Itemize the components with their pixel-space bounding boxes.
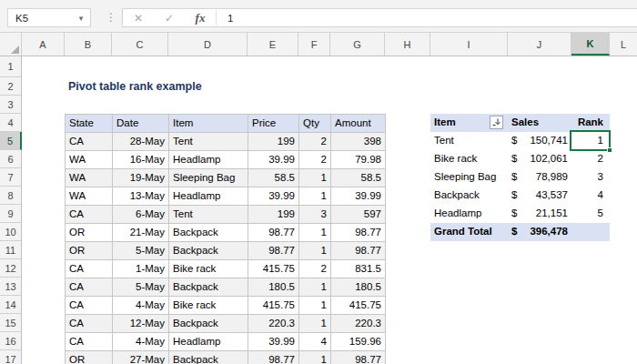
cell-qty[interactable]: 4 (299, 333, 331, 351)
cell-price[interactable]: 98.77 (248, 242, 299, 260)
row-header-10[interactable]: 10 (0, 223, 22, 241)
column-header-d[interactable]: D (168, 33, 248, 56)
cell-amount[interactable]: 98.77 (331, 242, 386, 260)
cell-date[interactable]: 4-May (113, 297, 169, 315)
header-date[interactable]: Date (113, 115, 169, 133)
cell-qty[interactable]: 3 (299, 206, 331, 224)
cell-item[interactable]: Bike rack (169, 260, 248, 278)
cell-state[interactable]: CA (66, 315, 113, 333)
cell-amount[interactable]: 79.98 (331, 151, 386, 169)
cell-state[interactable]: OR (66, 224, 113, 242)
column-header-a[interactable]: A (22, 33, 65, 56)
pivot-header-rank[interactable]: Rank (571, 114, 610, 132)
pivot-header-sales[interactable]: Sales (508, 114, 571, 132)
row-header-3[interactable]: 3 (0, 96, 22, 114)
grand-total-label[interactable]: Grand Total (430, 223, 508, 241)
sheet-title[interactable]: Pivot table rank example (68, 77, 202, 96)
cell-date[interactable]: 5-May (113, 278, 169, 297)
fill-handle[interactable] (607, 147, 612, 153)
row-header-6[interactable]: 6 (0, 150, 22, 168)
cell-date[interactable]: 27-May (113, 351, 169, 364)
column-header-j[interactable]: J (508, 33, 571, 56)
pivot-cell-sales[interactable]: $102,061 (508, 150, 571, 168)
cell-price[interactable]: 220.3 (248, 315, 299, 333)
cell-price[interactable]: 98.77 (248, 224, 299, 242)
pivot-cell-item[interactable]: Tent (430, 132, 508, 150)
row-header-15[interactable]: 15 (0, 314, 22, 332)
cell-date[interactable]: 4-May (113, 333, 169, 351)
insert-function-icon[interactable]: fx (185, 11, 216, 25)
cell-qty[interactable]: 1 (299, 297, 331, 315)
pivot-cell-item[interactable]: Backpack (430, 187, 508, 205)
cell-qty[interactable]: 1 (299, 242, 331, 260)
pivot-cell-rank[interactable]: 5 (571, 205, 610, 223)
header-amount[interactable]: Amount (331, 115, 386, 133)
cell-qty[interactable]: 1 (299, 351, 331, 364)
cell-state[interactable]: CA (66, 278, 113, 297)
cell-item[interactable]: Sleeping Bag (169, 169, 248, 187)
row-header-12[interactable]: 12 (0, 259, 22, 278)
cell-amount[interactable]: 831.5 (331, 260, 386, 278)
cell-item[interactable]: Tent (169, 206, 248, 224)
column-header-l[interactable]: L (610, 33, 637, 56)
cell-amount[interactable]: 597 (331, 206, 386, 224)
cell-price[interactable]: 199 (248, 133, 299, 151)
cell-state[interactable]: CA (66, 133, 113, 151)
cell-item[interactable]: Backpack (169, 242, 248, 260)
row-header-7[interactable]: 7 (0, 168, 22, 187)
formula-value[interactable]: 1 (224, 13, 233, 24)
name-box-dropdown-icon[interactable]: ▾ (72, 14, 90, 23)
cell-state[interactable]: WA (66, 187, 113, 206)
row-header-11[interactable]: 11 (0, 241, 22, 259)
cell-price[interactable]: 58.5 (248, 169, 299, 187)
cell-price[interactable]: 98.77 (248, 351, 299, 364)
cell-item[interactable]: Backpack (169, 278, 248, 297)
column-header-i[interactable]: I (430, 33, 508, 56)
pivot-cell-rank[interactable]: 4 (571, 187, 610, 205)
row-header-16[interactable]: 16 (0, 332, 22, 350)
cell-price[interactable]: 415.75 (248, 297, 299, 315)
cell-amount[interactable]: 220.3 (331, 315, 386, 333)
cell-price[interactable]: 39.99 (248, 151, 299, 169)
cell-item[interactable]: Headlamp (169, 187, 248, 206)
cell-item[interactable]: Headlamp (169, 333, 248, 351)
cell-state[interactable]: OR (66, 351, 113, 364)
pivot-cell-item[interactable]: Sleeping Bag (430, 168, 508, 187)
cell-amount[interactable]: 180.5 (331, 278, 386, 297)
pivot-cell-sales[interactable]: $150,741 (508, 132, 571, 150)
cell-amount[interactable]: 58.5 (331, 169, 386, 187)
cell-item[interactable]: Backpack (169, 224, 248, 242)
cell-price[interactable]: 199 (248, 206, 299, 224)
cell-date[interactable]: 21-May (113, 224, 169, 242)
cell-item[interactable]: Backpack (169, 315, 248, 333)
pivot-cell-sales[interactable]: $43,537 (508, 187, 571, 205)
grand-total-sales[interactable]: $396,478 (508, 223, 571, 241)
cell-state[interactable]: OR (66, 242, 113, 260)
column-header-c[interactable]: C (112, 33, 168, 56)
row-header-13[interactable]: 13 (0, 278, 22, 296)
cell-qty[interactable]: 1 (299, 187, 331, 206)
enter-icon[interactable]: ✓ (154, 12, 185, 25)
cell-state[interactable]: CA (66, 260, 113, 278)
cell-amount[interactable]: 98.77 (331, 351, 386, 364)
header-state[interactable]: State (66, 115, 113, 133)
cell-amount[interactable]: 159.96 (331, 333, 386, 351)
cell-date[interactable]: 12-May (113, 315, 169, 333)
cell-state[interactable]: CA (66, 333, 113, 351)
column-header-e[interactable]: E (248, 33, 298, 56)
grand-total-rank-empty[interactable] (571, 223, 610, 241)
cell-amount[interactable]: 398 (331, 133, 386, 151)
column-header-h[interactable]: H (385, 33, 430, 56)
cell-state[interactable]: WA (66, 151, 113, 169)
cell-date[interactable]: 16-May (113, 151, 169, 169)
row-header-2[interactable]: 2 (0, 77, 22, 96)
cancel-icon[interactable]: ✕ (123, 12, 154, 25)
row-header-17[interactable]: 17 (0, 350, 22, 364)
pivot-cell-sales[interactable]: $21,151 (508, 205, 571, 223)
header-item[interactable]: Item (169, 115, 248, 133)
cell-qty[interactable]: 2 (299, 151, 331, 169)
cell-date[interactable]: 19-May (113, 169, 169, 187)
row-header-4[interactable]: 4 (0, 114, 22, 132)
pivot-cell-rank[interactable]: 2 (571, 150, 610, 168)
row-header-14[interactable]: 14 (0, 296, 22, 314)
